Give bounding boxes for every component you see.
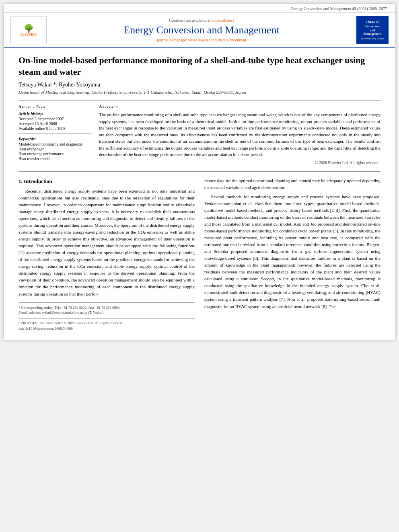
body-col-left: 1. Introduction Recently, distributed en… [19,177,195,332]
keyword-2: Heat exchanger [19,147,91,151]
elsevier-tree-icon: 🌳 [24,24,34,32]
body-col-right: mance data for the optimal operational p… [204,177,380,332]
main-content: On-line model-based performance monitori… [4,48,395,340]
banner-center: Contents lists available at ScienceDirec… [47,18,356,42]
copyright-footer: 0196-8904/$ - see front matter © 2008 El… [19,318,195,332]
available-date: Available online 5 June 2008 [19,126,91,131]
homepage-line: journal homepage: www.elsevier.com/locat… [51,38,352,42]
body-two-col: 1. Introduction Recently, distributed en… [19,177,380,332]
homepage-url[interactable]: www.elsevier.com/locate/enconman [188,38,246,42]
elsevier-logo: 🌳 ELSEVIER [10,16,47,44]
sciencedirect-link[interactable]: ScienceDirect [211,18,234,23]
journal-banner: 🌳 ELSEVIER Contents lists available at S… [4,13,395,48]
abstract-copyright: © 2008 Elsevier Ltd. All rights reserved… [99,160,380,165]
keyword-3: Heat exchange performance [19,152,91,156]
journal-title: Energy Conversion and Management [51,24,352,36]
abstract-text: The on-line performance monitoring of a … [99,111,380,158]
footer-issn: 0196-8904/$ - see front matter © 2008 El… [19,320,195,326]
article-info-heading: Article Info [19,105,91,109]
citation-text: Energy Conversion and Management 49 (200… [291,6,387,11]
intro-para-right-2: Several methods for monitoring energy su… [204,193,380,310]
received-date: Received 3 September 2007 [19,117,91,121]
accepted-date: Accepted 13 April 2008 [19,121,91,126]
abstract-section: Abstract The on-line performance monitor… [99,105,380,165]
keywords-label: Keywords: [19,137,91,141]
footnote-section: * Corresponding author. Tel.: +81 72 254… [19,302,195,315]
article-info-abstract: Article Info Article history: Received 3… [19,100,380,165]
keywords-section: Keywords: Model-based monitoring and dia… [19,137,91,161]
journal-logo-right: ENERGYConversionandManagement an interna… [356,16,389,44]
affiliation: Department of Mechanical Engineering, Os… [19,90,380,94]
keyword-1: Model-based monitoring and diagnostic [19,142,91,146]
elsevier-brand-text: ELSEVIER [21,33,37,37]
article-info-section: Article Info Article history: Received 3… [19,105,91,165]
authors: Tetsuya Wakui *, Ryohei Yokoyama [19,82,380,88]
body-section: 1. Introduction Recently, distributed en… [19,171,380,332]
sciencedirect-line: Contents lists available at ScienceDirec… [51,18,352,23]
footnote-corresponding: * Corresponding author. Tel.: +81 72 254… [19,305,195,310]
intro-para-right-1: mance data for the optimal operational p… [204,177,380,191]
intro-heading: 1. Introduction [19,177,195,185]
paper-title: On-line model-based performance monitori… [19,55,380,78]
journal-citation: Energy Conversion and Management 49 (200… [4,4,395,13]
page: Energy Conversion and Management 49 (200… [4,4,395,340]
footer-doi: doi:10.1016/j.enconman.2008.04.009 [19,326,195,332]
intro-para-1: Recently, distributed energy supply syst… [19,188,195,298]
footnote-email: E-mail address: wakui@ese.me.osakafu-u.a… [19,310,195,315]
history-label: Article history: [19,111,91,116]
abstract-heading: Abstract [99,105,380,109]
keyword-4: Heat transfer model [19,156,91,161]
